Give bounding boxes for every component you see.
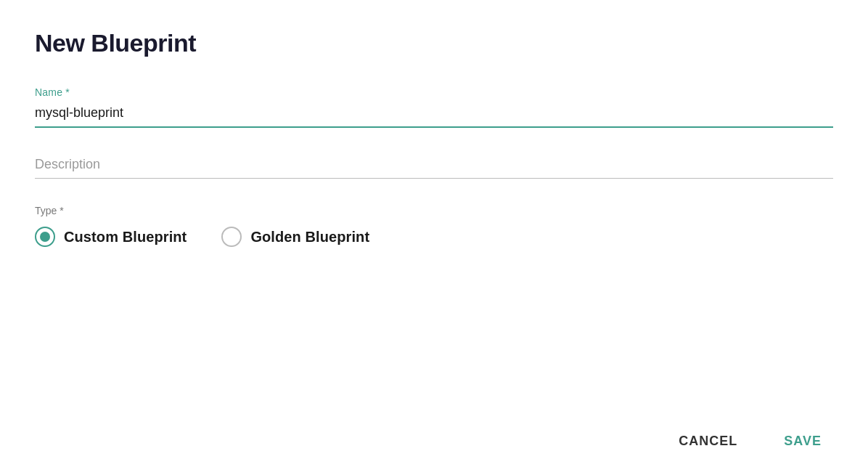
radio-option-custom[interactable]: Custom Blueprint <box>35 227 187 247</box>
dialog-actions: CANCEL SAVE <box>0 407 868 475</box>
radio-circle-custom[interactable] <box>35 227 55 247</box>
description-field-group <box>35 154 833 179</box>
dialog-container: New Blueprint Name * Type * Custom Bluep… <box>0 0 868 475</box>
name-label: Name * <box>35 86 833 98</box>
radio-label-golden: Golden Blueprint <box>250 229 369 245</box>
name-input[interactable] <box>35 102 833 128</box>
name-field-group: Name * <box>35 86 833 128</box>
type-label: Type * <box>35 205 833 216</box>
description-input[interactable] <box>35 154 833 179</box>
radio-label-custom: Custom Blueprint <box>64 229 187 245</box>
cancel-button[interactable]: CANCEL <box>667 425 749 458</box>
save-button[interactable]: SAVE <box>772 425 833 458</box>
radio-circle-golden[interactable] <box>221 227 242 247</box>
dialog-title: New Blueprint <box>35 29 833 57</box>
radio-option-golden[interactable]: Golden Blueprint <box>221 227 369 247</box>
radio-group: Custom Blueprint Golden Blueprint <box>35 227 833 247</box>
type-section: Type * Custom Blueprint Golden Blueprint <box>35 205 833 247</box>
